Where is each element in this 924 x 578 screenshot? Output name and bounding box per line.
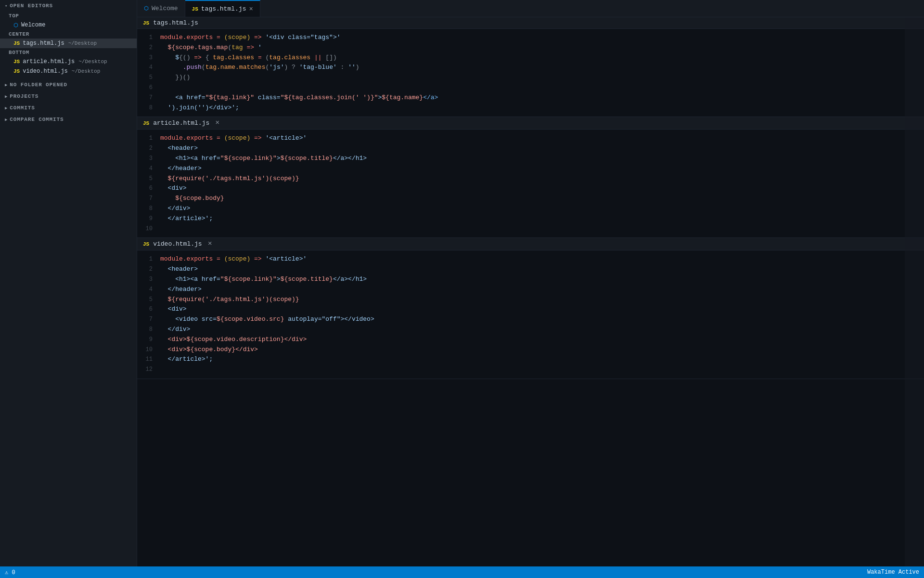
token: > <box>277 276 281 283</box>
line-content: <div> <box>160 304 924 315</box>
line-content: <header> <box>160 144 924 154</box>
panel-icon-1: JS <box>143 120 149 126</box>
token: </article>'; <box>160 355 213 363</box>
panel-header-1: JSarticle.html.js × <box>137 117 924 130</box>
code-block-1: 1module.exports = (scope) => '<article>'… <box>137 130 924 237</box>
sidebar-section-compare-commits[interactable]: ▶ COMPARE COMMITS <box>0 114 137 125</box>
line-content: </div> <box>160 325 924 335</box>
editor-pane[interactable]: JStags.html.js1module.exports = (scope) … <box>137 17 924 578</box>
tab-close-tags[interactable]: × <box>249 6 253 13</box>
line-content: </article>'; <box>160 214 924 224</box>
code-line: 6 <div> <box>137 184 924 194</box>
token: </div> <box>160 205 190 212</box>
line-content: </article>'; <box>160 355 924 365</box>
code-line: 3 <h1><a href="${scope.link}">${scope.ti… <box>137 154 924 164</box>
subsection-top: TOP <box>0 12 137 20</box>
line-number: 8 <box>137 325 160 334</box>
no-folder-arrow: ▶ <box>5 82 8 88</box>
code-line: 7 ${scope.body} <box>137 194 924 204</box>
panel-close-1[interactable]: × <box>215 119 219 127</box>
token: ${require('./tags.html.js')(scope)} <box>160 175 299 182</box>
code-line: 1module.exports = (scope) => '<article>' <box>137 254 924 264</box>
tab-icon-tags: JS <box>192 6 198 12</box>
token: () <box>183 54 191 61</box>
token: <div>${scope.body}</div> <box>160 346 258 353</box>
code-block-2: 1module.exports = (scope) => '<article>'… <box>137 250 924 379</box>
token: ${scope.tags.map <box>160 44 228 51</box>
line-content: ${scope.body} <box>160 194 924 204</box>
line-number: 9 <box>137 214 160 223</box>
code-line: 3 ${() => { tag.classes = (tag.classes |… <box>137 53 924 63</box>
line-content: <h1><a href="${scope.link}">${scope.titl… <box>160 275 924 285</box>
line-content: </header> <box>160 164 924 174</box>
token: : <box>337 64 348 71</box>
status-wakatime-text: WakaTime Active <box>867 569 919 576</box>
code-line: 2 <header> <box>137 144 924 154</box>
open-editors-label: OPEN EDITORS <box>10 3 53 9</box>
token: || <box>310 54 325 61</box>
panel-close-2[interactable]: × <box>208 240 212 248</box>
token: []) <box>325 54 336 61</box>
token: tag.classes <box>213 54 254 61</box>
token: .push <box>160 64 202 71</box>
token: '<article>' <box>265 255 307 263</box>
token: </header> <box>160 165 202 172</box>
token: <header> <box>160 265 198 273</box>
compare-commits-label: COMPARE COMMITS <box>10 117 64 122</box>
token: <a href= <box>160 94 205 101</box>
tab-tags[interactable]: JS tags.html.js × <box>185 0 260 17</box>
line-content <box>160 224 924 234</box>
sidebar-section-commits[interactable]: ▶ COMMITS <box>0 102 137 114</box>
token: })() <box>160 74 190 81</box>
code-line: 6 <div> <box>137 304 924 315</box>
token: module.exports <box>160 34 213 41</box>
commits-arrow: ▶ <box>5 105 8 111</box>
line-number: 7 <box>137 315 160 324</box>
file-item-video[interactable]: JS video.html.js ~/Desktop <box>0 66 137 76</box>
line-number: 1 <box>137 134 160 143</box>
line-number: 8 <box>137 104 160 113</box>
token: 'tag-blue' <box>299 64 337 71</box>
js-icon-video: JS <box>13 68 20 74</box>
token: </article>'; <box>160 215 213 222</box>
line-number: 10 <box>137 224 160 234</box>
sidebar-section-no-folder[interactable]: ▶ NO FOLDER OPENED <box>0 79 137 91</box>
code-line: 6 <box>137 83 924 93</box>
token: ${scope.title} <box>281 276 333 283</box>
code-line: 5 })() <box>137 73 924 83</box>
token: <div> <box>160 184 187 192</box>
editor-panel-videohtml.js: JSvideo.html.js ×1module.exports = (scop… <box>137 238 924 379</box>
line-number: 4 <box>137 285 160 294</box>
file-item-article[interactable]: JS article.html.js ~/Desktop <box>0 57 137 66</box>
js-icon-tags: JS <box>13 40 20 46</box>
token: <div> <box>160 305 187 313</box>
js-icon-article: JS <box>13 59 20 65</box>
file-path-tags: ~/Desktop <box>68 40 97 46</box>
token: "${tag.classes.join(' ')}" <box>281 94 378 101</box>
token: module.exports <box>160 134 213 142</box>
line-content <box>160 365 924 375</box>
token: tag.classes <box>269 54 310 61</box>
token: ( <box>202 64 205 71</box>
token: = <box>213 134 224 142</box>
sidebar-section-open-editors[interactable]: ▾ OPEN EDITORS <box>0 0 137 12</box>
token: tag <box>231 44 243 51</box>
line-number: 4 <box>137 164 160 173</box>
panel-filename-2: video.html.js <box>153 240 202 248</box>
line-number: 12 <box>137 365 160 374</box>
file-item-welcome[interactable]: ⬡ Welcome <box>0 20 137 30</box>
code-line: 4 </header> <box>137 164 924 174</box>
line-content: ${require('./tags.html.js')(scope)} <box>160 295 924 305</box>
token: => <box>250 134 265 142</box>
file-item-tags[interactable]: JS tags.html.js ~/Desktop <box>0 39 137 48</box>
line-content: module.exports = (scope) => '<div class=… <box>160 33 924 43</box>
line-number: 1 <box>137 255 160 264</box>
code-line: 8 </div> <box>137 325 924 335</box>
sidebar-section-projects[interactable]: ▶ PROJECTS <box>0 91 137 102</box>
panel-header-0: JStags.html.js <box>137 17 924 29</box>
panel-filename-0: tags.html.js <box>153 19 198 26</box>
token: = <box>213 255 224 263</box>
token: <h1><a href= <box>160 155 220 162</box>
tab-welcome[interactable]: ⬡ Welcome <box>137 0 185 17</box>
editor-panel-tagshtml.js: JStags.html.js1module.exports = (scope) … <box>137 17 924 117</box>
